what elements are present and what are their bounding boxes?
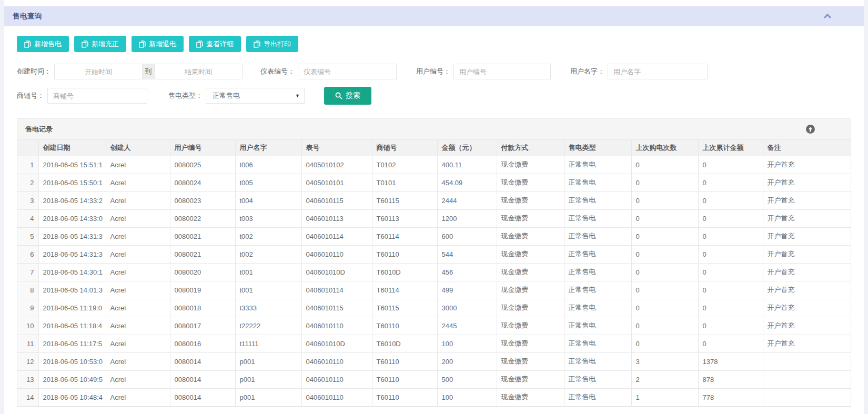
table-row[interactable]: 112018-06-05 11:17:5Acrel0080016t1111104… (17, 335, 851, 352)
table-row[interactable]: 82018-06-05 14:01:3Acrel0080019t00104060… (17, 281, 851, 299)
table-cell: T60110 (372, 317, 437, 335)
table-cell: T60110 (372, 388, 437, 406)
filters-row-2: 商铺号： 售电类型： 正常售电 ▼ 搜索 (4, 87, 864, 105)
row-index-cell: 3 (17, 191, 38, 209)
column-header: 商铺号 (372, 140, 437, 156)
table-cell: T60115 (372, 191, 437, 209)
table-row[interactable]: 42018-06-05 14:33:0Acrel0080022t00304060… (17, 209, 851, 227)
table-row[interactable]: 52018-06-05 14:31:3Acrel0080021t00204060… (17, 227, 851, 245)
table-cell: Acrel (106, 263, 170, 281)
table-cell: Acrel (106, 209, 170, 227)
table-cell: Acrel (106, 317, 170, 335)
table-row[interactable]: 32018-06-05 14:33:2Acrel0080023t00404060… (17, 191, 851, 209)
collapse-up-icon[interactable] (806, 125, 815, 134)
table-row[interactable]: 12018-06-05 15:51:1Acrel0080025t00604050… (17, 156, 851, 174)
table-cell: 0 (631, 317, 698, 335)
table-cell: T6010D (372, 335, 437, 352)
column-header: 上次购电次数 (631, 140, 698, 156)
table-cell: 0 (698, 227, 763, 245)
table-cell: 456 (437, 263, 497, 281)
table-cell: 现金缴费 (497, 388, 564, 406)
table-cell (763, 370, 851, 388)
table-cell: T60115 (372, 299, 437, 317)
table-row[interactable]: 62018-06-05 14:31:3Acrel0080021t00204060… (17, 245, 851, 263)
search-icon (335, 92, 342, 99)
table-cell (763, 352, 851, 370)
table-cell: 开户首充 (763, 156, 851, 174)
table-cell: 0080022 (170, 209, 235, 227)
table-cell: 开户首充 (763, 299, 851, 317)
table-cell: 0080014 (170, 388, 235, 406)
table-cell: 现金缴费 (497, 227, 564, 245)
table-cell: 0 (631, 191, 698, 209)
column-header: 上次累计金额 (698, 140, 763, 156)
table-cell: 3000 (437, 299, 497, 317)
table-cell: 500 (437, 370, 497, 388)
table-cell: Acrel (106, 191, 170, 209)
start-time-input[interactable] (54, 64, 143, 79)
table-cell: 开户首充 (763, 317, 851, 335)
toolbar-button-label: 新增充正 (92, 39, 119, 49)
table-cell: 正常售电 (564, 156, 631, 174)
toolbar-button-label: 查看详细 (206, 39, 234, 49)
records-table: 创建日期创建人用户编号用户名字表号商铺号金额（元）付款方式售电类型上次购电次数上… (17, 140, 851, 407)
table-cell: 现金缴费 (497, 281, 564, 299)
column-header (17, 140, 38, 156)
view-detail-button[interactable]: 查看详细 (189, 36, 241, 52)
user-name-input[interactable] (608, 64, 708, 79)
table-row[interactable]: 142018-06-05 10:48:4Acrel0080014p0010406… (17, 388, 851, 406)
table-cell: 正常售电 (564, 388, 631, 406)
table-cell: t006 (235, 156, 301, 174)
table-cell: 现金缴费 (497, 263, 564, 281)
shop-no-input[interactable] (47, 88, 147, 104)
search-button-label: 搜索 (346, 91, 360, 100)
table-row[interactable]: 72018-06-05 14:30:1Acrel0080020t00104060… (17, 263, 851, 281)
table-cell: 2018-06-05 11:19:0 (38, 299, 106, 317)
new-refund-button[interactable]: 新增退电 (132, 36, 184, 52)
table-cell: 400.11 (437, 156, 497, 174)
table-cell: t11111 (235, 335, 301, 352)
toolbar-button-label: 新增退电 (149, 39, 176, 49)
table-cell: 正常售电 (564, 352, 631, 370)
row-index-cell: 5 (17, 227, 38, 245)
new-correction-button[interactable]: 新增充正 (74, 36, 126, 52)
user-no-input[interactable] (453, 64, 551, 79)
table-row[interactable]: 92018-06-05 11:19:0Acrel0080018t33330406… (17, 299, 851, 317)
filters-row-1: 创建时间： 到 仪表编号： 用户编号： 用户名字： (4, 64, 864, 79)
search-button[interactable]: 搜索 (324, 87, 371, 105)
table-cell: 0 (698, 174, 763, 191)
table-row[interactable]: 122018-06-05 10:53:0Acrel0080014p0010406… (17, 352, 851, 370)
table-cell: 现金缴费 (497, 156, 564, 174)
create-time-label: 创建时间： (17, 67, 51, 76)
column-header: 备注 (763, 140, 851, 156)
table-cell: 0080021 (170, 245, 235, 263)
sale-type-select[interactable]: 正常售电 ▼ (206, 88, 305, 104)
table-cell: 878 (698, 370, 763, 388)
table-cell: 2 (631, 370, 698, 388)
table-cell: 2018-06-05 10:53:0 (38, 352, 106, 370)
end-time-input[interactable] (154, 64, 243, 79)
copy-file-icon (196, 41, 203, 48)
export-print-button[interactable]: 导出打印 (246, 36, 298, 52)
table-cell: 100 (437, 388, 497, 406)
copy-file-icon (24, 41, 31, 48)
table-cell: Acrel (106, 370, 170, 388)
meter-no-input[interactable] (298, 64, 397, 79)
table-row[interactable]: 102018-06-05 11:18:4Acrel0080017t2222204… (17, 317, 851, 335)
table-cell: Acrel (106, 227, 170, 245)
table-row[interactable]: 132018-06-05 10:49:5Acrel0080014p0010406… (17, 370, 851, 388)
table-cell: 0080019 (170, 281, 235, 299)
meter-no-label: 仪表编号： (260, 67, 295, 76)
table-cell: 2018-06-05 11:17:5 (38, 335, 106, 352)
chevron-up-icon[interactable] (825, 14, 830, 19)
table-cell: 0080018 (170, 299, 235, 317)
new-sale-button[interactable]: 新增售电 (17, 36, 69, 52)
table-cell: t002 (235, 245, 301, 263)
table-cell: 040601010D (301, 263, 372, 281)
table-cell: 正常售电 (564, 245, 631, 263)
table-cell: 0080024 (170, 174, 235, 191)
table-cell: 0 (698, 209, 763, 227)
table-row[interactable]: 22018-06-05 15:50:1Acrel0080024t00504050… (17, 174, 851, 191)
table-cell: 0080014 (170, 370, 235, 388)
table-cell: 040601010D (301, 335, 372, 352)
